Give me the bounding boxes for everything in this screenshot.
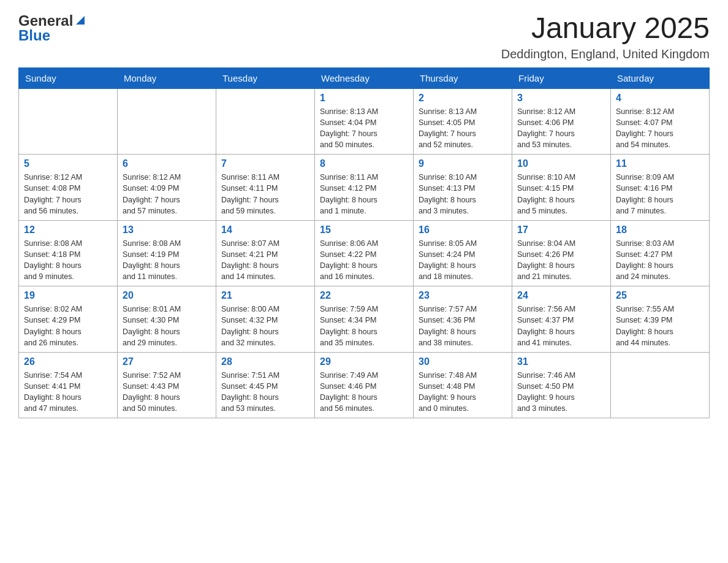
day-info: Sunrise: 8:10 AM Sunset: 4:13 PM Dayligh… [419, 172, 507, 216]
day-info: Sunrise: 7:57 AM Sunset: 4:36 PM Dayligh… [419, 304, 507, 348]
calendar-cell: 5Sunrise: 8:12 AM Sunset: 4:08 PM Daylig… [19, 155, 118, 221]
calendar-cell: 2Sunrise: 8:13 AM Sunset: 4:05 PM Daylig… [414, 88, 512, 155]
day-number: 29 [320, 356, 408, 367]
day-info: Sunrise: 8:12 AM Sunset: 4:08 PM Dayligh… [24, 172, 112, 216]
calendar-table: SundayMondayTuesdayWednesdayThursdayFrid… [18, 67, 710, 419]
calendar-cell: 18Sunrise: 8:03 AM Sunset: 4:27 PM Dayli… [611, 220, 710, 286]
calendar-cell: 14Sunrise: 8:07 AM Sunset: 4:21 PM Dayli… [216, 220, 315, 286]
day-header-tuesday: Tuesday [216, 67, 315, 88]
calendar-cell: 31Sunrise: 7:46 AM Sunset: 4:50 PM Dayli… [512, 352, 611, 418]
logo: General Blue [18, 12, 86, 44]
day-info: Sunrise: 8:08 AM Sunset: 4:18 PM Dayligh… [24, 238, 112, 283]
calendar-cell: 13Sunrise: 8:08 AM Sunset: 4:19 PM Dayli… [118, 220, 216, 286]
calendar-week-1: 1Sunrise: 8:13 AM Sunset: 4:04 PM Daylig… [19, 88, 710, 155]
calendar-cell: 28Sunrise: 7:51 AM Sunset: 4:45 PM Dayli… [216, 352, 315, 418]
day-info: Sunrise: 8:13 AM Sunset: 4:04 PM Dayligh… [320, 106, 408, 151]
day-info: Sunrise: 8:11 AM Sunset: 4:12 PM Dayligh… [320, 172, 408, 216]
calendar-week-5: 26Sunrise: 7:54 AM Sunset: 4:41 PM Dayli… [19, 352, 710, 418]
calendar-week-2: 5Sunrise: 8:12 AM Sunset: 4:08 PM Daylig… [19, 155, 710, 221]
day-info: Sunrise: 7:48 AM Sunset: 4:48 PM Dayligh… [419, 370, 507, 415]
calendar-cell: 17Sunrise: 8:04 AM Sunset: 4:26 PM Dayli… [512, 220, 611, 286]
day-number: 28 [221, 356, 309, 367]
day-info: Sunrise: 8:06 AM Sunset: 4:22 PM Dayligh… [320, 238, 408, 283]
day-info: Sunrise: 8:04 AM Sunset: 4:26 PM Dayligh… [517, 238, 605, 283]
day-number: 30 [419, 356, 507, 367]
day-info: Sunrise: 8:12 AM Sunset: 4:06 PM Dayligh… [517, 106, 605, 151]
calendar-cell: 15Sunrise: 8:06 AM Sunset: 4:22 PM Dayli… [315, 220, 414, 286]
calendar-cell: 10Sunrise: 8:10 AM Sunset: 4:15 PM Dayli… [512, 155, 611, 221]
day-number: 11 [616, 158, 704, 169]
day-info: Sunrise: 7:46 AM Sunset: 4:50 PM Dayligh… [517, 370, 605, 415]
calendar-cell: 8Sunrise: 8:11 AM Sunset: 4:12 PM Daylig… [315, 155, 414, 221]
day-number: 10 [517, 158, 605, 169]
logo-blue-text: Blue [18, 27, 50, 44]
day-number: 12 [24, 224, 112, 236]
calendar-cell: 12Sunrise: 8:08 AM Sunset: 4:18 PM Dayli… [19, 220, 118, 286]
calendar-cell: 3Sunrise: 8:12 AM Sunset: 4:06 PM Daylig… [512, 88, 611, 155]
day-number: 21 [221, 290, 309, 301]
location-subtitle: Deddington, England, United Kingdom [501, 47, 710, 61]
calendar-cell: 9Sunrise: 8:10 AM Sunset: 4:13 PM Daylig… [414, 155, 512, 221]
day-info: Sunrise: 7:54 AM Sunset: 4:41 PM Dayligh… [24, 370, 112, 415]
day-number: 9 [419, 158, 507, 169]
day-info: Sunrise: 8:02 AM Sunset: 4:29 PM Dayligh… [24, 304, 112, 348]
day-number: 8 [320, 158, 408, 169]
day-number: 31 [517, 356, 605, 367]
day-info: Sunrise: 8:00 AM Sunset: 4:32 PM Dayligh… [221, 304, 309, 348]
day-header-thursday: Thursday [414, 67, 512, 88]
day-number: 14 [221, 224, 309, 236]
day-number: 4 [616, 93, 704, 104]
calendar-cell: 19Sunrise: 8:02 AM Sunset: 4:29 PM Dayli… [19, 286, 118, 353]
day-info: Sunrise: 8:01 AM Sunset: 4:30 PM Dayligh… [123, 304, 211, 348]
day-number: 6 [123, 158, 211, 169]
day-number: 20 [123, 290, 211, 301]
day-number: 19 [24, 290, 112, 301]
day-header-row: SundayMondayTuesdayWednesdayThursdayFrid… [19, 67, 710, 88]
calendar-cell: 29Sunrise: 7:49 AM Sunset: 4:46 PM Dayli… [315, 352, 414, 418]
day-info: Sunrise: 7:55 AM Sunset: 4:39 PM Dayligh… [616, 304, 704, 348]
day-number: 1 [320, 93, 408, 104]
day-info: Sunrise: 7:59 AM Sunset: 4:34 PM Dayligh… [320, 304, 408, 348]
day-info: Sunrise: 7:56 AM Sunset: 4:37 PM Dayligh… [517, 304, 605, 348]
day-header-saturday: Saturday [611, 67, 710, 88]
calendar-cell [216, 88, 315, 155]
day-number: 15 [320, 224, 408, 236]
day-header-sunday: Sunday [19, 67, 118, 88]
day-info: Sunrise: 8:11 AM Sunset: 4:11 PM Dayligh… [221, 172, 309, 216]
page-header: General Blue January 2025 Deddington, En… [18, 12, 710, 61]
day-header-wednesday: Wednesday [315, 67, 414, 88]
day-info: Sunrise: 8:12 AM Sunset: 4:09 PM Dayligh… [123, 172, 211, 216]
svg-marker-0 [76, 16, 85, 25]
day-info: Sunrise: 8:07 AM Sunset: 4:21 PM Dayligh… [221, 238, 309, 283]
day-number: 24 [517, 290, 605, 301]
day-info: Sunrise: 8:13 AM Sunset: 4:05 PM Dayligh… [419, 106, 507, 151]
calendar-cell: 27Sunrise: 7:52 AM Sunset: 4:43 PM Dayli… [118, 352, 216, 418]
calendar-cell: 6Sunrise: 8:12 AM Sunset: 4:09 PM Daylig… [118, 155, 216, 221]
calendar-cell: 24Sunrise: 7:56 AM Sunset: 4:37 PM Dayli… [512, 286, 611, 353]
calendar-cell: 21Sunrise: 8:00 AM Sunset: 4:32 PM Dayli… [216, 286, 315, 353]
month-title: January 2025 [501, 12, 710, 45]
calendar-cell: 25Sunrise: 7:55 AM Sunset: 4:39 PM Dayli… [611, 286, 710, 353]
day-number: 3 [517, 93, 605, 104]
calendar-cell: 1Sunrise: 8:13 AM Sunset: 4:04 PM Daylig… [315, 88, 414, 155]
calendar-body: 1Sunrise: 8:13 AM Sunset: 4:04 PM Daylig… [19, 88, 710, 418]
calendar-cell: 16Sunrise: 8:05 AM Sunset: 4:24 PM Dayli… [414, 220, 512, 286]
day-number: 18 [616, 224, 704, 236]
day-number: 22 [320, 290, 408, 301]
day-header-monday: Monday [118, 67, 216, 88]
calendar-cell: 30Sunrise: 7:48 AM Sunset: 4:48 PM Dayli… [414, 352, 512, 418]
day-info: Sunrise: 8:05 AM Sunset: 4:24 PM Dayligh… [419, 238, 507, 283]
calendar-cell: 26Sunrise: 7:54 AM Sunset: 4:41 PM Dayli… [19, 352, 118, 418]
calendar-cell [611, 352, 710, 418]
day-number: 27 [123, 356, 211, 367]
day-info: Sunrise: 8:09 AM Sunset: 4:16 PM Dayligh… [616, 172, 704, 216]
day-number: 26 [24, 356, 112, 367]
day-info: Sunrise: 8:10 AM Sunset: 4:15 PM Dayligh… [517, 172, 605, 216]
day-info: Sunrise: 8:12 AM Sunset: 4:07 PM Dayligh… [616, 106, 704, 151]
calendar-cell: 11Sunrise: 8:09 AM Sunset: 4:16 PM Dayli… [611, 155, 710, 221]
day-number: 5 [24, 158, 112, 169]
day-number: 25 [616, 290, 704, 301]
day-number: 17 [517, 224, 605, 236]
calendar-cell: 22Sunrise: 7:59 AM Sunset: 4:34 PM Dayli… [315, 286, 414, 353]
day-info: Sunrise: 7:51 AM Sunset: 4:45 PM Dayligh… [221, 370, 309, 415]
